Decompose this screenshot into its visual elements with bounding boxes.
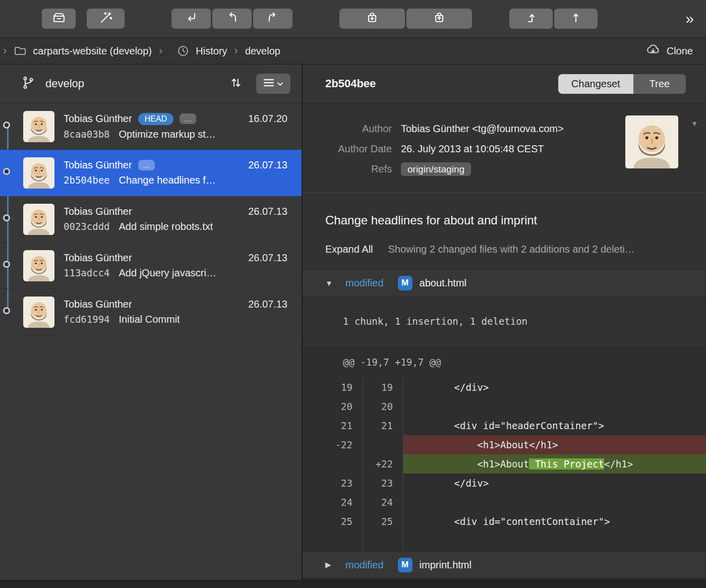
cherry-pick-button[interactable] [253, 9, 292, 29]
old-line-number: 19 [303, 378, 363, 397]
diff-line: 25 25 <div id="contentContainer"> [303, 512, 706, 531]
commit-row[interactable]: Tobias Günther 26.07.13 0023cddd Add sim… [0, 196, 302, 243]
avatar [23, 111, 54, 142]
detail-filler [303, 578, 706, 580]
diff-line-spacer [303, 531, 706, 551]
diff-line: 20 20 [303, 397, 706, 416]
avatar-dropdown-icon[interactable]: ▼ [691, 120, 698, 128]
diff-line-deleted: -22 <h1>About</h1> [303, 435, 706, 454]
commit-message: Add simple robots.txt [119, 221, 213, 232]
commit-row[interactable]: Tobias Günther 26.07.13 113adcc4 Add jQu… [0, 243, 302, 289]
breadcrumb-branch[interactable]: develop [245, 45, 280, 57]
clone-button[interactable]: Clone [645, 43, 693, 59]
commit-row-selected[interactable]: Tobias Günther … 26.07.13 2b504bee Chang… [0, 150, 302, 196]
push-button[interactable] [554, 9, 598, 29]
bag-arrow-up-icon [432, 11, 446, 27]
view-switcher: Changeset Tree [558, 74, 686, 94]
avatar [23, 157, 54, 189]
breadcrumb-separator: › [234, 44, 238, 57]
code-text [403, 397, 706, 416]
commit-detail-panel: 2b504bee Changeset Tree Author Tobias Gü… [303, 65, 706, 580]
old-line-number [303, 454, 363, 474]
author-label: Author [325, 119, 392, 139]
expand-all-button[interactable]: Expand All [325, 244, 373, 255]
code-text [403, 493, 706, 512]
modified-badge: M [398, 558, 413, 572]
old-line-number: -22 [303, 435, 363, 454]
new-line-number: 21 [363, 416, 403, 435]
open-repository-button[interactable] [42, 9, 76, 29]
old-line-number: 23 [303, 474, 363, 493]
ref-badge[interactable]: origin/staging [401, 162, 471, 176]
hamburger-icon [264, 79, 274, 89]
file-status: modified [345, 559, 384, 571]
commit-row[interactable]: Tobias Günther 26.07.13 fcd61994 Initial… [0, 289, 302, 335]
commit-author: Tobias Günther [64, 299, 132, 310]
old-line-number: 25 [303, 512, 363, 531]
commit-row[interactable]: Tobias Günther HEAD … 16.07.20 8caa03b8 … [0, 103, 302, 150]
caret-down-icon[interactable]: ▼ [325, 279, 345, 287]
file-header-imprint[interactable]: ▶ modified M imprint.html [303, 551, 706, 578]
commit-author: Tobias Günther [64, 252, 132, 264]
author-date-label: Author Date [325, 139, 392, 159]
diff-table: 19 19 </div> 20 20 21 21 <div id="header… [303, 378, 706, 551]
avatar [23, 204, 54, 235]
new-line-number: 20 [363, 397, 403, 416]
toolbar: » [0, 0, 706, 38]
code-text: <div id="headerContainer"> [403, 416, 706, 435]
new-line-number [363, 435, 403, 454]
branch-header: develop [0, 65, 302, 103]
graph-node [3, 168, 10, 175]
diff-line: 21 21 <div id="headerContainer"> [303, 416, 706, 435]
commit-message: Add jQuery javascri… [119, 267, 216, 279]
old-line-number: 21 [303, 416, 363, 435]
graph-node [3, 214, 10, 221]
diff-line-added: +22 <h1>About This Project</h1> [303, 454, 706, 474]
commit-date: 26.07.13 [248, 159, 287, 171]
new-line-number: 23 [363, 474, 403, 493]
breadcrumb: › carparts-website (develop) › History ›… [0, 38, 706, 65]
breadcrumb-repo[interactable]: carparts-website (develop) [33, 45, 152, 57]
more-badge[interactable]: … [138, 160, 155, 171]
file-name: imprint.html [420, 559, 472, 571]
toolbar-overflow-button[interactable]: » [685, 11, 693, 26]
commit-message: Optimize markup st… [119, 129, 216, 140]
avatar [23, 250, 54, 281]
cloud-download-icon [645, 43, 661, 59]
commit-hash: fcd61994 [64, 314, 110, 325]
git-branch-icon [21, 76, 35, 92]
author-date-value: 26. July 2013 at 10:05:48 CEST [401, 139, 605, 159]
summary-text: Showing 2 changed files with 2 additions… [388, 244, 635, 255]
code-text: <div id="contentContainer"> [403, 512, 706, 531]
revert-button[interactable] [212, 9, 252, 29]
pull-button[interactable] [509, 9, 553, 29]
apply-stash-button[interactable] [406, 9, 472, 29]
curved-arrow-right-icon [266, 11, 280, 27]
merge-button[interactable] [171, 9, 211, 29]
list-options-button[interactable] [256, 74, 290, 94]
commit-hash: 2b504bee [64, 174, 110, 186]
inline-diff-highlight: This Project [529, 458, 604, 469]
folder-icon [14, 44, 27, 57]
compare-icon[interactable] [229, 76, 243, 92]
more-badge[interactable]: … [180, 113, 196, 125]
stash-button[interactable] [339, 9, 405, 29]
diff-line: 24 24 [303, 493, 706, 512]
tab-tree[interactable]: Tree [633, 74, 686, 94]
refs-label: Refs [325, 159, 392, 180]
file-name: about.html [420, 277, 466, 289]
tab-changeset[interactable]: Changeset [558, 74, 633, 94]
code-text-added: <h1>About This Project</h1> [403, 454, 706, 474]
breadcrumb-history[interactable]: History [196, 45, 227, 57]
commit-title: 2b504bee [325, 77, 376, 90]
commit-date: 26.07.13 [248, 299, 287, 310]
commit-list: Tobias Günther HEAD … 16.07.20 8caa03b8 … [0, 103, 302, 580]
hunk-header: @@ -19,7 +19,7 @@ [303, 345, 706, 378]
bag-arrow-down-icon [365, 11, 379, 27]
graph-node [3, 261, 10, 268]
caret-right-icon[interactable]: ▶ [325, 560, 345, 569]
quick-actions-button[interactable] [87, 9, 125, 29]
new-line-number: 24 [363, 493, 403, 512]
graph-node [3, 122, 10, 129]
file-header-about[interactable]: ▼ modified M about.html [303, 269, 706, 297]
